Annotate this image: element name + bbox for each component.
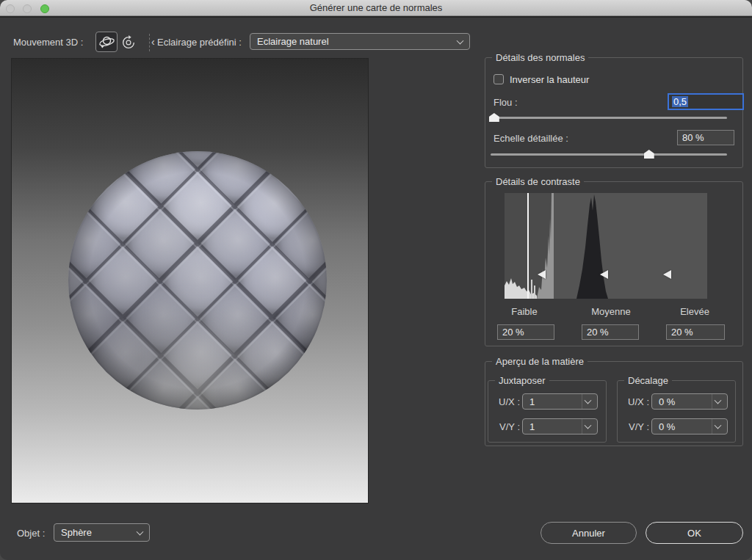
blur-value: 0,5: [672, 96, 688, 107]
tile-vy-label: V/Y :: [492, 421, 520, 432]
band-mid-label: Moyenne: [591, 306, 630, 317]
blur-input[interactable]: 0,5: [668, 93, 744, 110]
rotate-view-button[interactable]: [118, 32, 140, 53]
tile-ux-select[interactable]: 1: [522, 393, 598, 410]
tile-legend: Juxtaposer: [495, 375, 549, 386]
band-high-input[interactable]: 20 %: [666, 324, 725, 340]
tile-vy-value: 1: [529, 421, 535, 432]
ok-button[interactable]: OK: [646, 522, 743, 544]
normal-map-dialog: Générer une carte de normales Mouvement …: [0, 0, 752, 560]
band-high-label: Elevée: [680, 306, 709, 317]
contrast-histogram: [505, 193, 707, 299]
offset-legend: Décalage: [624, 375, 672, 386]
lighting-preset-value: Eclairage naturel: [257, 36, 329, 47]
title-bar[interactable]: Générer une carte de normales: [0, 0, 752, 16]
blur-slider-thumb[interactable]: [489, 113, 499, 122]
band-mid-input[interactable]: 20 %: [582, 324, 639, 340]
object-select[interactable]: Sphère: [54, 523, 150, 542]
histogram-plot: [505, 193, 707, 299]
contrast-marker-high[interactable]: [663, 270, 671, 279]
cancel-button[interactable]: Annuler: [540, 522, 637, 544]
tile-vy-select[interactable]: 1: [522, 418, 598, 434]
offset-ux-select[interactable]: 0 %: [651, 393, 728, 410]
offset-vy-value: 0 %: [659, 421, 675, 432]
object-label: Objet :: [17, 528, 45, 539]
blur-label: Flou :: [494, 97, 518, 108]
band-mid-value: 20 %: [587, 327, 609, 338]
detail-scale-slider[interactable]: [491, 149, 727, 159]
band-low-value: 20 %: [502, 327, 524, 338]
movement-3d-label: Mouvement 3D :: [13, 37, 83, 48]
chevron-down-icon: [137, 528, 144, 535]
contrast-marker-low[interactable]: [538, 270, 546, 279]
tile-ux-value: 1: [529, 396, 535, 407]
normals-legend: Détails des normales: [492, 52, 588, 63]
band-high-value: 20 %: [671, 327, 693, 338]
toolbar-divider: [149, 34, 150, 51]
offset-ux-value: 0 %: [659, 396, 675, 407]
chevron-down-icon: [457, 37, 464, 44]
lighting-preset-select[interactable]: Eclairage naturel: [250, 33, 470, 50]
detail-scale-input[interactable]: 80 %: [677, 130, 734, 145]
lighting-preset-label: Eclairage prédéfini :: [157, 37, 242, 48]
orbit-3d-icon: [98, 34, 115, 50]
tile-ux-label: U/X :: [492, 396, 520, 407]
blur-slider[interactable]: [491, 112, 727, 123]
orbit-3d-button[interactable]: [95, 32, 118, 52]
band-low-input[interactable]: 20 %: [497, 324, 554, 340]
offset-vy-select[interactable]: 0 %: [651, 418, 728, 434]
material-preview-legend: Aperçu de la matière: [492, 356, 588, 367]
sphere-preview: [65, 148, 330, 412]
blur-slider-track[interactable]: [491, 117, 727, 119]
detail-scale-slider-thumb[interactable]: [644, 150, 654, 159]
offset-vy-label: V/Y :: [621, 421, 649, 432]
detail-scale-label: Echelle détaillée :: [494, 133, 568, 144]
window-title: Générer une carte de normales: [0, 2, 752, 13]
detail-scale-slider-track[interactable]: [491, 153, 727, 156]
offset-ux-label: U/X :: [621, 396, 649, 407]
band-low-label: Faible: [511, 306, 537, 317]
rotate-view-icon: [120, 34, 137, 51]
detail-scale-value: 80 %: [682, 132, 704, 143]
contrast-legend: Détails de contraste: [492, 176, 584, 187]
collapse-arrow-icon[interactable]: ‹: [151, 36, 155, 48]
invert-height-label: Inverser la hauteur: [510, 74, 589, 85]
contrast-marker-mid[interactable]: [600, 270, 608, 279]
object-value: Sphère: [61, 527, 92, 538]
invert-height-checkbox[interactable]: [494, 74, 504, 84]
preview-canvas[interactable]: [11, 58, 369, 503]
